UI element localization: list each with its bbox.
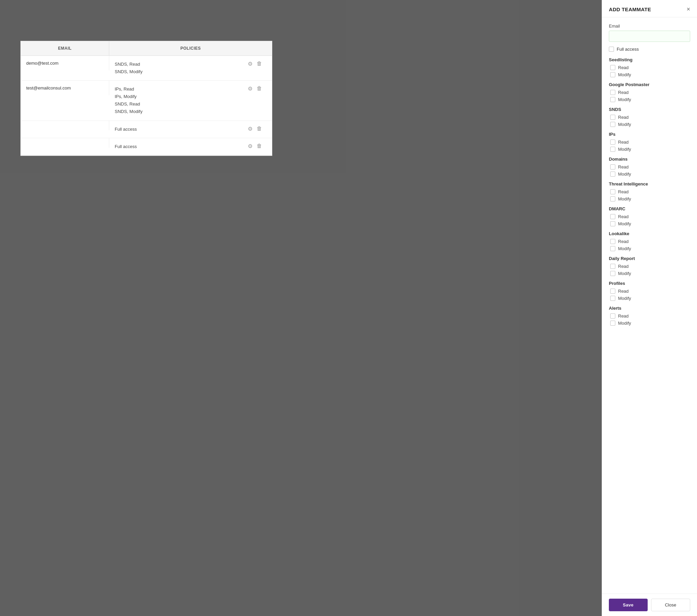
ti-read-checkbox[interactable] <box>610 189 615 194</box>
add-teammate-panel: ADD TEAMMATE × Email Full access Seedlis… <box>602 0 697 616</box>
dmarc-read-checkbox[interactable] <box>610 214 615 219</box>
section-title: SNDS <box>609 107 690 112</box>
section-threat-intelligence: Threat Intelligence Read Modify <box>609 181 690 202</box>
permission-row: Modify <box>609 246 690 251</box>
lookalike-read-checkbox[interactable] <box>610 239 615 244</box>
row-actions: ⚙ 🗑 <box>238 56 272 72</box>
full-access-label: Full access <box>617 47 639 52</box>
close-button[interactable]: Close <box>651 599 691 611</box>
snds-read-checkbox[interactable] <box>610 115 615 120</box>
gp-modify-checkbox[interactable] <box>610 97 615 102</box>
section-profiles: Profiles Read Modify <box>609 281 690 301</box>
table-row: Full access ⚙ 🗑 <box>21 121 272 138</box>
alerts-read-checkbox[interactable] <box>610 313 615 319</box>
delete-icon[interactable]: 🗑 <box>257 85 262 91</box>
policies-column-header: POLICIES <box>109 41 272 56</box>
section-ips: IPs Read Modify <box>609 132 690 152</box>
permission-label: Modify <box>618 147 631 152</box>
domains-modify-checkbox[interactable] <box>610 172 615 177</box>
ti-modify-checkbox[interactable] <box>610 196 615 202</box>
settings-icon[interactable]: ⚙ <box>248 126 253 132</box>
permission-label: Read <box>618 214 628 219</box>
section-domains: Domains Read Modify <box>609 157 690 177</box>
permission-row: Read <box>609 264 690 269</box>
permission-row: Modify <box>609 196 690 202</box>
alerts-modify-checkbox[interactable] <box>610 321 615 326</box>
permission-row: Read <box>609 289 690 294</box>
section-alerts: Alerts Read Modify <box>609 306 690 326</box>
permission-label: Modify <box>618 221 631 226</box>
section-title: IPs <box>609 132 690 137</box>
section-title: Google Postmaster <box>609 82 690 87</box>
permission-label: Read <box>618 189 628 194</box>
permission-label: Read <box>618 65 628 70</box>
row-email <box>21 121 109 130</box>
snds-modify-checkbox[interactable] <box>610 122 615 127</box>
permission-label: Read <box>618 115 628 120</box>
delete-icon[interactable]: 🗑 <box>257 126 262 132</box>
gp-read-checkbox[interactable] <box>610 90 615 95</box>
permission-row: Modify <box>609 97 690 102</box>
email-label: Email <box>609 24 690 29</box>
permission-row: Modify <box>609 147 690 152</box>
section-lookalike: Lookalike Read Modify <box>609 231 690 251</box>
permission-label: Modify <box>618 172 631 177</box>
section-title: Domains <box>609 157 690 162</box>
permission-row: Read <box>609 164 690 170</box>
permission-label: Modify <box>618 321 631 326</box>
permission-row: Read <box>609 313 690 319</box>
permission-label: Modify <box>618 196 631 202</box>
row-email <box>21 138 109 148</box>
delete-icon[interactable]: 🗑 <box>257 61 262 67</box>
permission-label: Modify <box>618 72 631 77</box>
permission-label: Read <box>618 264 628 269</box>
section-google-postmaster: Google Postmaster Read Modify <box>609 82 690 102</box>
full-access-row: Full access <box>609 47 690 52</box>
settings-icon[interactable]: ⚙ <box>248 85 253 92</box>
delete-icon[interactable]: 🗑 <box>257 143 262 149</box>
permission-label: Read <box>618 164 628 170</box>
lookalike-modify-checkbox[interactable] <box>610 246 615 251</box>
settings-icon[interactable]: ⚙ <box>248 61 253 67</box>
row-actions: ⚙ 🗑 <box>238 138 272 154</box>
section-dmarc: DMARC Read Modify <box>609 206 690 226</box>
ips-modify-checkbox[interactable] <box>610 147 615 152</box>
email-column-header: EMAIL <box>21 41 109 56</box>
seedlisting-read-checkbox[interactable] <box>610 65 615 70</box>
panel-footer: Save Close <box>602 593 697 616</box>
section-title: Threat Intelligence <box>609 181 690 187</box>
ips-read-checkbox[interactable] <box>610 140 615 145</box>
row-actions: ⚙ 🗑 <box>238 80 272 97</box>
permission-row: Read <box>609 239 690 244</box>
permission-label: Read <box>618 289 628 294</box>
settings-icon[interactable]: ⚙ <box>248 143 253 149</box>
permission-row: Read <box>609 214 690 219</box>
row-email: demo@test.com <box>21 56 109 71</box>
dr-read-checkbox[interactable] <box>610 264 615 269</box>
row-policies: Full access <box>109 121 238 138</box>
permission-label: Read <box>618 140 628 145</box>
save-button[interactable]: Save <box>609 599 648 611</box>
email-input[interactable] <box>609 31 690 42</box>
panel-title: ADD TEAMMATE <box>609 6 651 12</box>
permission-label: Modify <box>618 122 631 127</box>
table-row: demo@test.com SNDS, Read SNDS, Modify ⚙ … <box>21 56 272 80</box>
seedlisting-modify-checkbox[interactable] <box>610 72 615 77</box>
dr-modify-checkbox[interactable] <box>610 271 615 276</box>
section-title: DMARC <box>609 206 690 211</box>
permission-label: Read <box>618 313 628 319</box>
close-icon[interactable]: × <box>686 6 690 12</box>
permission-label: Modify <box>618 246 631 251</box>
domains-read-checkbox[interactable] <box>610 164 615 170</box>
section-snds: SNDS Read Modify <box>609 107 690 127</box>
row-actions: ⚙ 🗑 <box>238 121 272 137</box>
dmarc-modify-checkbox[interactable] <box>610 221 615 226</box>
full-access-checkbox[interactable] <box>609 47 614 52</box>
section-title: Profiles <box>609 281 690 286</box>
permission-row: Read <box>609 90 690 95</box>
profiles-read-checkbox[interactable] <box>610 289 615 294</box>
row-policies: IPs, Read IPs, Modify SNDS, Read SNDS, M… <box>109 80 238 120</box>
profiles-modify-checkbox[interactable] <box>610 296 615 301</box>
permission-row: Modify <box>609 321 690 326</box>
panel-body: Email Full access Seedlisting Read Modif… <box>602 17 697 593</box>
